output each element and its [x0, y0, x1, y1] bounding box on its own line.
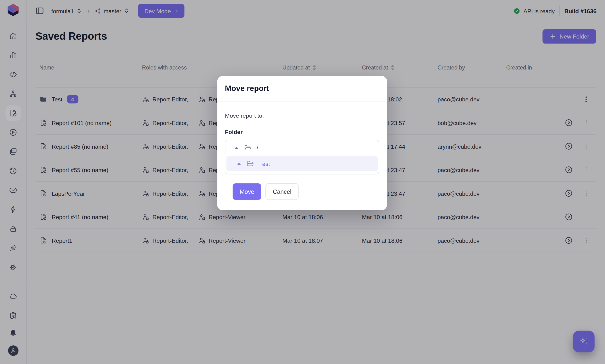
modal-header: Move report — [217, 76, 387, 102]
folder-tree-item-test[interactable]: Test — [226, 156, 378, 171]
folder-tree-item-root[interactable]: / — [225, 140, 379, 156]
folder-tree-label: Test — [259, 160, 270, 167]
collapse-triangle-icon[interactable] — [237, 162, 242, 166]
app-root: formula1 / master Dev Mode API is ready … — [0, 0, 605, 364]
folder-tree: / Test — [225, 140, 379, 174]
move-report-modal: Move report Move report to: Folder / Tes… — [217, 76, 387, 210]
folder-open-icon — [244, 144, 252, 152]
modal-title: Move report — [225, 84, 269, 93]
cancel-button[interactable]: Cancel — [265, 183, 299, 200]
modal-body: Move report to: Folder / Test Move Cance… — [217, 101, 387, 200]
folder-tree-label: / — [257, 144, 258, 151]
modal-actions: Move Cancel — [225, 174, 379, 200]
modal-description: Move report to: — [225, 112, 379, 119]
collapse-triangle-icon[interactable] — [234, 146, 239, 150]
folder-open-icon — [246, 160, 254, 168]
folder-field-label: Folder — [225, 129, 379, 135]
move-button[interactable]: Move — [232, 183, 261, 200]
